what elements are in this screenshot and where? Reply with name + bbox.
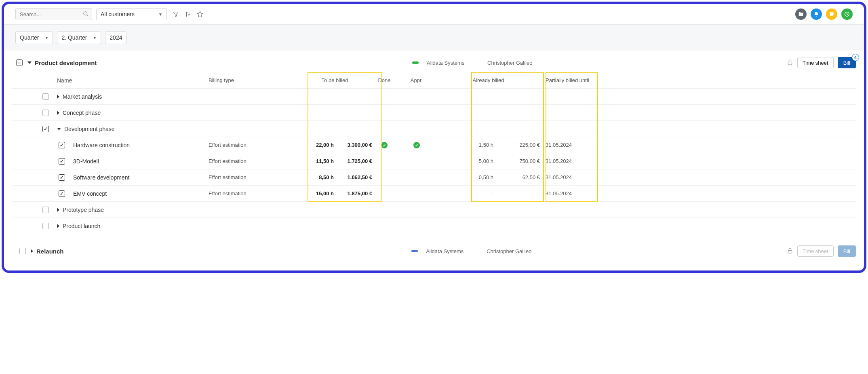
bill-button[interactable]: Bill [838, 245, 856, 257]
row-checkbox[interactable] [59, 190, 65, 197]
caret-down-icon: ▼ [44, 36, 48, 40]
period-type-select[interactable]: Quarter ▼ [15, 31, 53, 44]
row-billed-hours: - [437, 190, 493, 197]
expand-icon[interactable] [57, 208, 59, 212]
row-tobill-eur: 3.300,00 € [334, 142, 372, 148]
row-billed-hours: 0,50 h [437, 174, 493, 180]
project-actions: Time sheet Bill 4 [787, 57, 856, 68]
period-value-select[interactable]: 2. Quarter ▼ [57, 31, 101, 44]
table-row: EMV concept Effort estimation 15,00 h 1.… [12, 186, 856, 202]
row-name: Product launch [57, 223, 209, 229]
row-checkbox[interactable] [42, 223, 49, 229]
caret-down-icon: ▼ [93, 36, 97, 40]
folder-button[interactable] [795, 8, 807, 20]
expand-icon[interactable] [31, 249, 33, 253]
row-name: Concept phase [57, 110, 209, 116]
year-box[interactable]: 2024 [105, 31, 126, 44]
row-name: 3D-Modell [73, 158, 209, 165]
row-checkbox[interactable] [42, 93, 49, 100]
table-row: Development phase [12, 121, 856, 137]
table-row: 3D-Modell Effort estimation 11,50 h 1.72… [12, 153, 856, 169]
row-checkbox[interactable] [42, 110, 49, 116]
timesheet-button[interactable]: Time sheet [797, 57, 834, 68]
row-tobill-hours: 15,00 h [297, 190, 334, 197]
collapse-toggle[interactable]: – [16, 59, 23, 66]
row-billing-type: Effort estimation [209, 190, 297, 197]
bell-button[interactable] [811, 8, 822, 20]
svg-marker-3 [197, 11, 202, 17]
row-billed-hours: 5,00 h [437, 158, 493, 164]
project-person: Christopher Galileo [487, 60, 609, 66]
table-row: Prototype phase [12, 202, 856, 218]
project-title: Product development [35, 59, 97, 66]
period-bar: Quarter ▼ 2. Quarter ▼ 2024 [4, 25, 864, 51]
filter-icon[interactable] [173, 11, 179, 17]
row-checkbox[interactable] [59, 158, 65, 165]
row-checkbox[interactable] [42, 126, 49, 132]
note-button[interactable] [826, 8, 837, 20]
row-billed-eur: - [493, 190, 540, 197]
star-icon[interactable] [197, 11, 203, 17]
clock-button[interactable] [841, 8, 853, 20]
col-billing-type: Billing type [209, 77, 297, 83]
period-type-label: Quarter [20, 34, 39, 41]
timesheet-button[interactable]: Time sheet [797, 245, 834, 257]
row-name: Hardware construction [73, 142, 209, 148]
table-wrap: Name Billing type To be billed Done Appr… [12, 72, 856, 234]
billing-table: Name Billing type To be billed Done Appr… [12, 72, 856, 234]
row-done: ✓ [372, 142, 396, 149]
lock-icon [787, 59, 793, 67]
row-checkbox[interactable] [42, 207, 49, 213]
row-tobill-hours: 8,50 h [297, 174, 334, 180]
table-row: Hardware construction Effort estimation … [12, 137, 856, 153]
row-tobill-eur: 1.725,00 € [334, 158, 372, 164]
row-billing-type: Effort estimation [209, 174, 297, 180]
row-billed-eur: 62,50 € [493, 174, 540, 180]
project-person: Christopher Galileo [487, 248, 608, 254]
table-row: Market analysis [12, 89, 856, 105]
check-icon: ✓ [381, 142, 388, 148]
customer-select-label: All customers [101, 11, 135, 17]
svg-rect-6 [788, 250, 792, 253]
app-frame: All customers ▼ [2, 2, 866, 273]
row-until: 31.05.2024 [540, 174, 592, 180]
row-billing-type: Effort estimation [209, 142, 297, 148]
search-input[interactable] [15, 8, 92, 20]
row-checkbox[interactable] [59, 174, 65, 181]
row-name: Prototype phase [57, 207, 209, 213]
customer-select[interactable]: All customers ▼ [96, 8, 167, 20]
bill-button-label: Bill [843, 60, 850, 66]
row-checkbox[interactable] [19, 248, 26, 254]
content: – Product development Alldata Systems Ch… [4, 51, 864, 270]
table-row: Concept phase [12, 105, 856, 121]
project-header: Relaunch Alldata Systems Christopher Gal… [12, 242, 856, 261]
expand-icon[interactable] [57, 111, 59, 115]
expand-icon[interactable] [57, 95, 59, 99]
topbar-right [795, 8, 853, 20]
col-already-billed: Already billed [437, 77, 540, 83]
row-tobill-hours: 22,00 h [297, 142, 334, 148]
status-pill-icon [411, 250, 418, 252]
col-partially-until: Partially billed until [540, 77, 592, 83]
row-checkbox[interactable] [59, 142, 65, 148]
svg-marker-2 [173, 12, 178, 17]
expand-icon[interactable] [57, 128, 61, 130]
col-to-be-billed: To be billed [297, 77, 372, 83]
sort-icon[interactable] [185, 11, 191, 17]
check-icon: ✓ [413, 142, 420, 148]
year-label: 2024 [110, 34, 122, 41]
col-done: Done [372, 77, 396, 83]
table-header-row: Name Billing type To be billed Done Appr… [12, 72, 856, 89]
row-name: Market analysis [57, 93, 209, 100]
table-row: Software development Effort estimation 8… [12, 169, 856, 186]
row-billed-hours: 1,50 h [437, 142, 493, 148]
status-pill-icon [412, 61, 419, 64]
row-billed-eur: 225,00 € [493, 142, 540, 148]
row-appr: ✓ [396, 142, 437, 149]
row-name: EMV concept [73, 190, 209, 197]
col-name: Name [57, 77, 209, 84]
project-actions: Time sheet Bill [787, 245, 856, 257]
bill-button[interactable]: Bill 4 [838, 57, 856, 68]
expand-icon[interactable] [57, 224, 59, 228]
expand-icon[interactable] [27, 61, 32, 64]
